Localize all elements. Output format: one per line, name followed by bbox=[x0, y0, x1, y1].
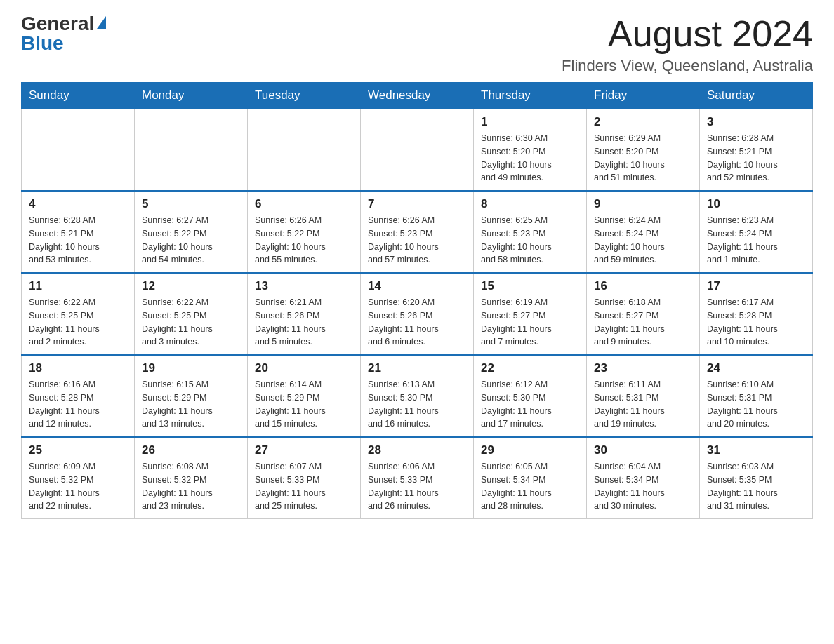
day-info: Sunrise: 6:19 AM Sunset: 5:27 PM Dayligh… bbox=[481, 296, 579, 349]
day-number: 3 bbox=[707, 115, 805, 129]
calendar-cell: 6Sunrise: 6:26 AM Sunset: 5:22 PM Daylig… bbox=[248, 191, 361, 273]
calendar-cell: 7Sunrise: 6:26 AM Sunset: 5:23 PM Daylig… bbox=[361, 191, 474, 273]
day-number: 15 bbox=[481, 279, 579, 293]
calendar-cell: 30Sunrise: 6:04 AM Sunset: 5:34 PM Dayli… bbox=[587, 437, 700, 519]
day-info: Sunrise: 6:07 AM Sunset: 5:33 PM Dayligh… bbox=[255, 460, 353, 513]
title-block: August 2024 Flinders View, Queensland, A… bbox=[562, 14, 813, 75]
day-info: Sunrise: 6:20 AM Sunset: 5:26 PM Dayligh… bbox=[368, 296, 466, 349]
day-info: Sunrise: 6:17 AM Sunset: 5:28 PM Dayligh… bbox=[707, 296, 805, 349]
day-number: 29 bbox=[481, 443, 579, 457]
calendar-cell: 28Sunrise: 6:06 AM Sunset: 5:33 PM Dayli… bbox=[361, 437, 474, 519]
calendar-week-row: 11Sunrise: 6:22 AM Sunset: 5:25 PM Dayli… bbox=[22, 273, 813, 355]
day-info: Sunrise: 6:08 AM Sunset: 5:32 PM Dayligh… bbox=[142, 460, 240, 513]
day-info: Sunrise: 6:12 AM Sunset: 5:30 PM Dayligh… bbox=[481, 378, 579, 431]
day-info: Sunrise: 6:06 AM Sunset: 5:33 PM Dayligh… bbox=[368, 460, 466, 513]
calendar-cell: 4Sunrise: 6:28 AM Sunset: 5:21 PM Daylig… bbox=[22, 191, 135, 273]
calendar-cell bbox=[248, 109, 361, 191]
day-number: 30 bbox=[594, 443, 692, 457]
day-number: 10 bbox=[707, 197, 805, 211]
logo-general-text: General bbox=[21, 14, 94, 34]
calendar-cell: 8Sunrise: 6:25 AM Sunset: 5:23 PM Daylig… bbox=[474, 191, 587, 273]
day-number: 20 bbox=[255, 361, 353, 375]
calendar-header-thursday: Thursday bbox=[474, 83, 587, 109]
calendar-cell: 15Sunrise: 6:19 AM Sunset: 5:27 PM Dayli… bbox=[474, 273, 587, 355]
calendar-week-row: 18Sunrise: 6:16 AM Sunset: 5:28 PM Dayli… bbox=[22, 355, 813, 437]
calendar-week-row: 25Sunrise: 6:09 AM Sunset: 5:32 PM Dayli… bbox=[22, 437, 813, 519]
day-number: 8 bbox=[481, 197, 579, 211]
day-number: 14 bbox=[368, 279, 466, 293]
day-info: Sunrise: 6:05 AM Sunset: 5:34 PM Dayligh… bbox=[481, 460, 579, 513]
day-info: Sunrise: 6:11 AM Sunset: 5:31 PM Dayligh… bbox=[594, 378, 692, 431]
calendar-cell: 25Sunrise: 6:09 AM Sunset: 5:32 PM Dayli… bbox=[22, 437, 135, 519]
location-subtitle: Flinders View, Queensland, Australia bbox=[562, 57, 813, 75]
day-info: Sunrise: 6:04 AM Sunset: 5:34 PM Dayligh… bbox=[594, 460, 692, 513]
day-number: 24 bbox=[707, 361, 805, 375]
calendar-cell: 5Sunrise: 6:27 AM Sunset: 5:22 PM Daylig… bbox=[135, 191, 248, 273]
calendar-cell: 16Sunrise: 6:18 AM Sunset: 5:27 PM Dayli… bbox=[587, 273, 700, 355]
day-number: 17 bbox=[707, 279, 805, 293]
calendar-header-tuesday: Tuesday bbox=[248, 83, 361, 109]
calendar-cell: 22Sunrise: 6:12 AM Sunset: 5:30 PM Dayli… bbox=[474, 355, 587, 437]
day-info: Sunrise: 6:18 AM Sunset: 5:27 PM Dayligh… bbox=[594, 296, 692, 349]
day-info: Sunrise: 6:10 AM Sunset: 5:31 PM Dayligh… bbox=[707, 378, 805, 431]
calendar-cell: 23Sunrise: 6:11 AM Sunset: 5:31 PM Dayli… bbox=[587, 355, 700, 437]
calendar-header-monday: Monday bbox=[135, 83, 248, 109]
day-info: Sunrise: 6:26 AM Sunset: 5:22 PM Dayligh… bbox=[255, 214, 353, 267]
day-info: Sunrise: 6:15 AM Sunset: 5:29 PM Dayligh… bbox=[142, 378, 240, 431]
month-title: August 2024 bbox=[562, 14, 813, 54]
day-number: 13 bbox=[255, 279, 353, 293]
calendar-cell: 2Sunrise: 6:29 AM Sunset: 5:20 PM Daylig… bbox=[587, 109, 700, 191]
day-number: 28 bbox=[368, 443, 466, 457]
day-number: 31 bbox=[707, 443, 805, 457]
calendar-cell: 10Sunrise: 6:23 AM Sunset: 5:24 PM Dayli… bbox=[700, 191, 813, 273]
calendar-cell: 27Sunrise: 6:07 AM Sunset: 5:33 PM Dayli… bbox=[248, 437, 361, 519]
calendar-cell: 24Sunrise: 6:10 AM Sunset: 5:31 PM Dayli… bbox=[700, 355, 813, 437]
day-info: Sunrise: 6:25 AM Sunset: 5:23 PM Dayligh… bbox=[481, 214, 579, 267]
calendar-cell: 29Sunrise: 6:05 AM Sunset: 5:34 PM Dayli… bbox=[474, 437, 587, 519]
day-info: Sunrise: 6:22 AM Sunset: 5:25 PM Dayligh… bbox=[142, 296, 240, 349]
calendar-header-saturday: Saturday bbox=[700, 83, 813, 109]
day-number: 27 bbox=[255, 443, 353, 457]
calendar-cell: 12Sunrise: 6:22 AM Sunset: 5:25 PM Dayli… bbox=[135, 273, 248, 355]
calendar-cell: 14Sunrise: 6:20 AM Sunset: 5:26 PM Dayli… bbox=[361, 273, 474, 355]
calendar-header-wednesday: Wednesday bbox=[361, 83, 474, 109]
day-info: Sunrise: 6:28 AM Sunset: 5:21 PM Dayligh… bbox=[707, 132, 805, 185]
day-number: 11 bbox=[29, 279, 127, 293]
calendar-header-row: SundayMondayTuesdayWednesdayThursdayFrid… bbox=[22, 83, 813, 109]
logo-blue-text: Blue bbox=[21, 34, 64, 53]
day-info: Sunrise: 6:27 AM Sunset: 5:22 PM Dayligh… bbox=[142, 214, 240, 267]
day-number: 6 bbox=[255, 197, 353, 211]
calendar-cell: 13Sunrise: 6:21 AM Sunset: 5:26 PM Dayli… bbox=[248, 273, 361, 355]
calendar-cell: 3Sunrise: 6:28 AM Sunset: 5:21 PM Daylig… bbox=[700, 109, 813, 191]
day-info: Sunrise: 6:28 AM Sunset: 5:21 PM Dayligh… bbox=[29, 214, 127, 267]
day-info: Sunrise: 6:13 AM Sunset: 5:30 PM Dayligh… bbox=[368, 378, 466, 431]
day-info: Sunrise: 6:30 AM Sunset: 5:20 PM Dayligh… bbox=[481, 132, 579, 185]
day-info: Sunrise: 6:14 AM Sunset: 5:29 PM Dayligh… bbox=[255, 378, 353, 431]
day-info: Sunrise: 6:24 AM Sunset: 5:24 PM Dayligh… bbox=[594, 214, 692, 267]
calendar-cell: 19Sunrise: 6:15 AM Sunset: 5:29 PM Dayli… bbox=[135, 355, 248, 437]
day-number: 4 bbox=[29, 197, 127, 211]
day-info: Sunrise: 6:23 AM Sunset: 5:24 PM Dayligh… bbox=[707, 214, 805, 267]
day-number: 25 bbox=[29, 443, 127, 457]
calendar-week-row: 1Sunrise: 6:30 AM Sunset: 5:20 PM Daylig… bbox=[22, 109, 813, 191]
day-number: 7 bbox=[368, 197, 466, 211]
day-number: 1 bbox=[481, 115, 579, 129]
calendar-cell: 18Sunrise: 6:16 AM Sunset: 5:28 PM Dayli… bbox=[22, 355, 135, 437]
day-number: 19 bbox=[142, 361, 240, 375]
day-info: Sunrise: 6:26 AM Sunset: 5:23 PM Dayligh… bbox=[368, 214, 466, 267]
day-number: 23 bbox=[594, 361, 692, 375]
day-info: Sunrise: 6:21 AM Sunset: 5:26 PM Dayligh… bbox=[255, 296, 353, 349]
day-number: 2 bbox=[594, 115, 692, 129]
calendar-table: SundayMondayTuesdayWednesdayThursdayFrid… bbox=[21, 82, 813, 519]
calendar-cell bbox=[135, 109, 248, 191]
calendar-cell: 9Sunrise: 6:24 AM Sunset: 5:24 PM Daylig… bbox=[587, 191, 700, 273]
calendar-cell bbox=[361, 109, 474, 191]
calendar-cell: 26Sunrise: 6:08 AM Sunset: 5:32 PM Dayli… bbox=[135, 437, 248, 519]
calendar-cell: 1Sunrise: 6:30 AM Sunset: 5:20 PM Daylig… bbox=[474, 109, 587, 191]
calendar-header-friday: Friday bbox=[587, 83, 700, 109]
logo-triangle-icon bbox=[97, 16, 106, 29]
day-number: 12 bbox=[142, 279, 240, 293]
logo: General Blue bbox=[21, 14, 106, 53]
calendar-cell: 17Sunrise: 6:17 AM Sunset: 5:28 PM Dayli… bbox=[700, 273, 813, 355]
day-info: Sunrise: 6:03 AM Sunset: 5:35 PM Dayligh… bbox=[707, 460, 805, 513]
